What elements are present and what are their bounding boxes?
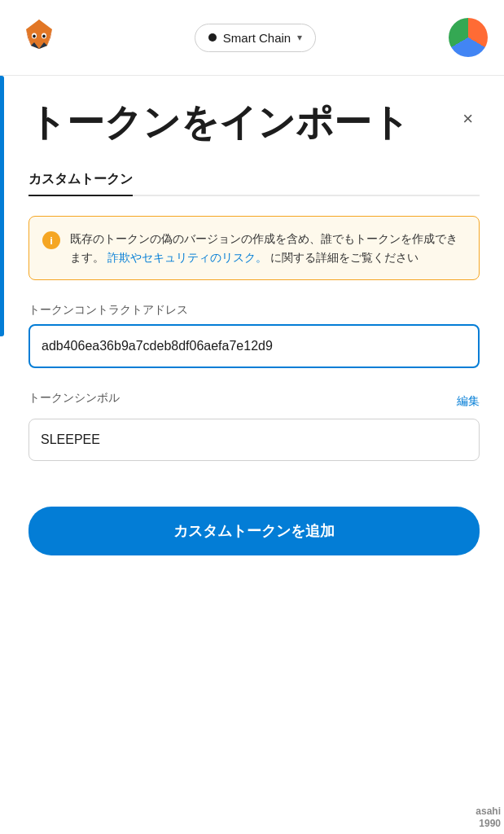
warning-suffix-text: に関する詳細をご覧ください <box>270 251 419 264</box>
network-name-label: Smart Chain <box>223 31 291 45</box>
contract-address-input[interactable] <box>28 324 480 368</box>
add-custom-token-button[interactable]: カスタムトークンを追加 <box>28 507 480 555</box>
contract-address-label: トークンコントラクトアドレス <box>28 303 480 318</box>
watermark: asahi 1990 <box>476 805 501 831</box>
main-content: トークンをインポート × カスタムトークン i 既存のトークンの偽のバージョンの… <box>0 76 504 580</box>
metamask-logo <box>16 15 62 60</box>
close-button[interactable]: × <box>456 105 480 133</box>
page-title: トークンをインポート <box>28 100 456 145</box>
warning-icon: i <box>42 231 60 249</box>
warning-link[interactable]: 詐欺やセキュリティのリスク。 <box>107 251 267 264</box>
token-symbol-label-row: トークンシンボル 編集 <box>28 391 480 412</box>
token-symbol-section: トークンシンボル 編集 <box>28 391 480 481</box>
network-selector[interactable]: Smart Chain ▾ <box>195 24 316 52</box>
warning-text: 既存のトークンの偽のバージョンの作成を含め、誰でもトークンを作成できます。 詐欺… <box>70 230 466 266</box>
left-accent-bar <box>0 76 4 336</box>
watermark-line1: asahi <box>476 805 501 817</box>
token-symbol-label: トークンシンボル <box>28 391 120 406</box>
token-symbol-edit-link[interactable]: 編集 <box>457 394 480 409</box>
account-avatar[interactable] <box>449 18 488 57</box>
svg-point-11 <box>42 35 46 38</box>
contract-address-section: トークンコントラクトアドレス <box>28 303 480 388</box>
title-row: トークンをインポート × <box>28 100 480 145</box>
chevron-down-icon: ▾ <box>297 32 302 43</box>
watermark-line2: 1990 <box>479 818 501 829</box>
network-status-dot <box>208 33 217 42</box>
token-symbol-input[interactable] <box>28 419 480 461</box>
tab-custom-token[interactable]: カスタムトークン <box>28 165 133 196</box>
warning-box: i 既存のトークンの偽のバージョンの作成を含め、誰でもトークンを作成できます。 … <box>28 216 480 280</box>
tab-row: カスタムトークン <box>28 165 480 196</box>
svg-point-10 <box>33 35 36 38</box>
header: Smart Chain ▾ <box>0 0 504 76</box>
